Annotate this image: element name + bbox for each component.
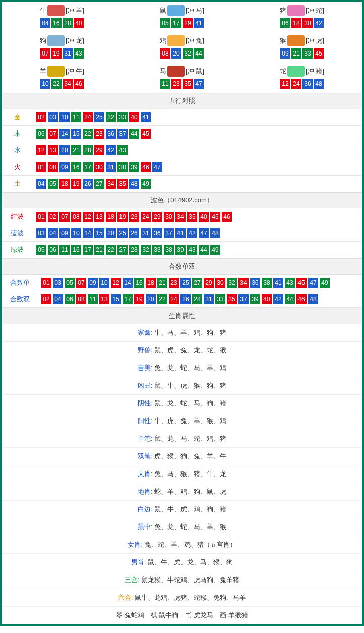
number-chip: 25 [117,228,128,238]
row-numbers: 04051819262734354849 [32,176,362,192]
row-label: 土 [2,176,32,192]
row-numbers: 0102070812131819232429303435404546 [32,208,362,225]
number-chip: 30 [164,212,174,222]
number-chip: 24 [169,294,179,304]
zodiac-icon [47,35,65,46]
number-chip: 23 [129,212,139,222]
number-chip: 38 [117,162,128,172]
number-chip: 34 [238,278,249,288]
number-chip: 38 [262,278,272,288]
number-chip: 30 [302,18,313,28]
number-chip: 18 [59,179,70,189]
number-chip: 07 [40,48,50,59]
number-chip: 41 [194,18,204,28]
number-chip: 32 [183,48,193,59]
row-label: 木 [2,126,32,142]
zodiac-conflict: [冲 龙] [66,36,84,45]
attr-row: 六合: 鼠牛、龙鸡、虎猪、蛇猴、兔狗、马羊 [2,589,362,607]
zodiac-conflict: [冲 马] [186,6,204,15]
number-chip: 25 [180,278,191,288]
attr-value: 鼠、虎、兔、龙、蛇、猴 [154,346,226,354]
number-chip: 31 [141,228,151,238]
number-chip: 28 [63,18,73,28]
number-chip: 24 [141,212,151,222]
number-chip: 11 [71,112,81,122]
attr-value: 鼠、龙、马、蛇、鸡、猪 [154,435,226,442]
zodiac-name: 牛 [40,6,46,15]
number-chip: 15 [71,129,81,139]
number-chip: 31 [204,294,214,304]
number-chip: 30 [94,162,104,172]
zodiac-conflict: [冲 鼠] [186,67,204,76]
number-chip: 07 [48,129,58,139]
number-chip: 48 [308,294,318,304]
number-chip: 41 [175,228,186,238]
number-chip: 04 [53,294,63,304]
number-chip: 10 [99,278,109,288]
row-label: 合数双 [2,291,37,308]
number-chip: 08 [160,48,170,59]
number-chip: 27 [94,179,104,189]
number-chip: 28 [129,245,139,255]
number-chip: 21 [157,278,167,288]
number-chip: 36 [250,278,260,288]
zodiac-conflict: [冲 虎] [306,36,324,45]
number-chip: 48 [129,179,139,189]
number-chip: 42 [314,18,324,28]
number-chip: 34 [106,179,116,189]
number-chip: 28 [192,294,202,304]
table-row: 水1213202128294243 [2,142,362,159]
footer-line: 琴:兔蛇鸡 棋:鼠牛狗 书:虎龙马 画:羊猴猪 [2,607,362,624]
zodiac-name: 鸡 [160,36,166,45]
zodiac-name: 狗 [40,36,46,45]
number-chip: 37 [164,228,174,238]
row-label: 红波 [2,208,32,225]
number-chip: 12 [111,278,121,288]
number-chip: 19 [51,48,62,59]
number-chip: 07 [59,212,70,222]
attr-value: 虎、猴、狗、兔、羊、牛 [154,452,226,460]
number-chip: 09 [59,228,70,238]
attr-value: 鼠、牛、虎、猴、狗、猪 [154,382,226,389]
number-chip: 19 [71,179,81,189]
number-chip: 15 [111,294,121,304]
number-chip: 42 [106,145,116,155]
attr-key: 阴性: [138,399,154,407]
number-chip: 18 [291,18,301,28]
table-row: 合数单0103050709101214161821232527293032343… [2,275,362,291]
attr-key: 吉美: [138,364,154,372]
number-chip: 40 [262,294,272,304]
zodiac-numbers: 08203244 [122,48,242,59]
number-chip: 26 [180,294,191,304]
number-chip: 47 [308,278,318,288]
number-chip: 29 [204,278,214,288]
table-row: 绿波05061116172122272832333839434449 [2,242,362,258]
attr-row: 阴性: 鼠、龙、蛇、马、狗、猪 [2,395,362,412]
attr-key: 三合: [125,576,141,584]
number-chip: 46 [74,79,84,89]
number-chip: 20 [59,145,70,155]
zodiac-cell: 蛇[冲 猪]12243648 [242,63,362,93]
zodiac-cell: 鸡[冲 兔]08203244 [122,32,242,63]
number-chip: 11 [160,79,170,89]
zodiac-numbers: 10223446 [2,79,122,89]
number-chip: 39 [250,294,260,304]
number-chip: 42 [273,294,283,304]
row-label: 蓝波 [2,225,32,242]
row-label: 火 [2,159,32,176]
attr-value: 鼠、牛、虎、龙、马、猴、狗 [148,558,233,566]
attr-value: 牛、马、羊、鸡、狗、猪 [154,329,226,336]
number-chip: 32 [141,245,151,255]
number-chip: 49 [141,179,151,189]
attr-key: 女肖: [128,541,144,548]
number-chip: 29 [94,145,104,155]
wuxing-header: 五行对照 [2,93,362,109]
attr-row: 黑中: 兔、龙、蛇、马、羊、猴 [2,518,362,536]
number-chip: 45 [296,278,307,288]
attr-header: 生肖属性 [2,308,362,324]
number-chip: 04 [36,179,46,189]
number-chip: 02 [41,294,51,304]
number-chip: 20 [106,228,116,238]
number-chip: 32 [106,112,116,122]
number-chip: 17 [123,294,133,304]
